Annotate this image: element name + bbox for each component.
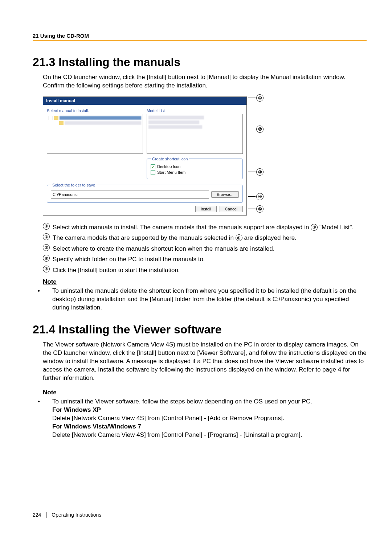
note-body-21-3: •To uninstall the manuals delete the sho… (52, 287, 367, 312)
install-manual-figure: Install manual Select manual to install. (43, 97, 268, 216)
header-rule (33, 40, 367, 41)
shortcut-fieldset: Create shortcut icon Desktop Icon Start … (147, 157, 243, 179)
callout-1: ① (248, 94, 264, 102)
manual-tree[interactable] (47, 114, 143, 154)
install-manual-dialog: Install manual Select manual to install. (43, 97, 247, 216)
model-list[interactable] (147, 114, 243, 154)
heading-21-4: 21.4 Installing the Viewer software (33, 323, 367, 336)
callout-3: ③ (248, 168, 264, 176)
note-heading-21-3: Note (43, 278, 367, 286)
note-heading-21-4: Note (43, 389, 367, 396)
folder-legend: Select the folder to save (51, 183, 97, 187)
dialog-title: Install manual (43, 97, 246, 105)
startmenu-checkbox[interactable] (151, 170, 155, 175)
footer-label: Operating Instructions (52, 512, 101, 518)
desktop-icon-label: Desktop Icon (157, 164, 180, 169)
folder-fieldset: Select the folder to save Browse... (47, 183, 243, 203)
page-number: 224 (33, 512, 46, 518)
intro-21-3: On the CD launcher window, click the [In… (43, 73, 367, 90)
enum-list-21-3: ①Select which manuals to install. The ca… (43, 223, 367, 275)
startmenu-label: Start Menu Item (157, 170, 185, 175)
callout-5: ⑤ (248, 205, 264, 213)
section-header: 21 Using the CD-ROM (33, 33, 367, 39)
callout-4: ④ (248, 193, 264, 200)
install-button[interactable]: Install (195, 206, 217, 212)
model-list-label: Model List (147, 108, 243, 113)
cancel-button[interactable]: Cancel (220, 206, 243, 212)
shortcut-legend: Create shortcut icon (151, 157, 189, 161)
note-body-21-4: •To uninstall the Viewer software, follo… (52, 398, 367, 439)
callout-2: ② (248, 126, 264, 133)
desktop-icon-checkbox[interactable] (151, 164, 155, 169)
heading-21-3: 21.3 Installing the manuals (33, 56, 367, 69)
page-footer: 224 Operating Instructions (33, 512, 367, 518)
folder-input[interactable] (51, 190, 209, 199)
browse-button[interactable]: Browse... (211, 191, 239, 198)
intro-21-4: The Viewer software (Network Camera View… (43, 341, 367, 382)
select-manual-label: Select manual to install. (47, 108, 143, 113)
